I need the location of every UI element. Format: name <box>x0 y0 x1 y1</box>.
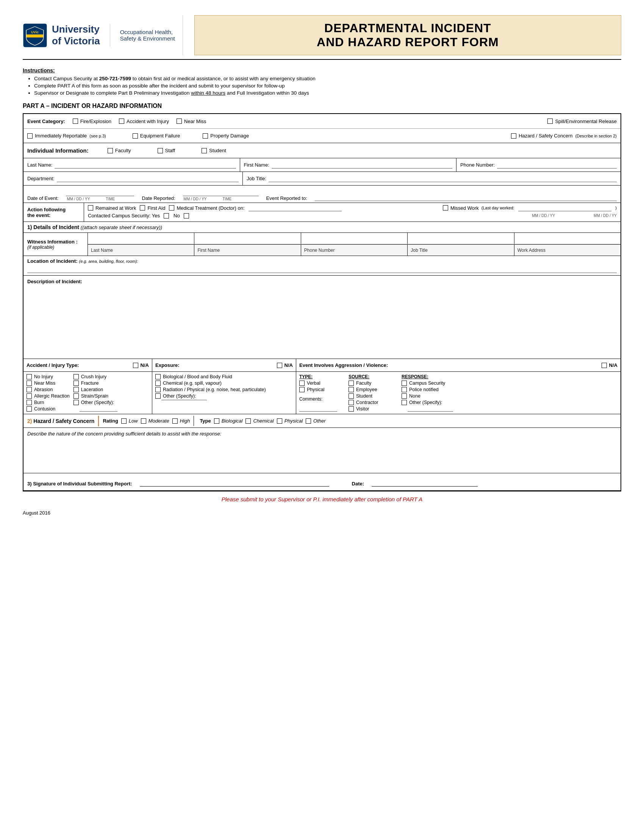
missed-work-date[interactable] <box>518 204 612 211</box>
spill-release-checkbox[interactable] <box>547 119 553 124</box>
remained-work-option[interactable]: Remained at Work <box>88 205 136 211</box>
faculty-option[interactable]: Faculty <box>108 148 131 153</box>
spill-release-option[interactable]: Spill/Environmental Release <box>547 119 617 124</box>
witness-data-firstname-1[interactable] <box>194 233 301 244</box>
aggression-na-checkbox[interactable] <box>602 363 607 368</box>
witness-label: Witness Information : (if applicable) <box>24 233 88 256</box>
other-response-input[interactable] <box>407 406 453 412</box>
equipment-failure-checkbox[interactable] <box>133 133 138 138</box>
description-input[interactable] <box>27 286 617 355</box>
property-damage-checkbox[interactable] <box>203 133 208 138</box>
witness-data-phone-1[interactable] <box>301 233 407 244</box>
comments-input[interactable] <box>299 403 337 412</box>
first-aid-checkbox[interactable] <box>140 205 145 211</box>
witness-data-lastname-1[interactable] <box>88 233 194 244</box>
signature-input[interactable] <box>140 478 329 487</box>
near-miss-option[interactable]: Near Miss <box>177 119 206 124</box>
date-reported-input[interactable] <box>183 196 259 196</box>
other-response-option[interactable]: Other (Specify): <box>402 400 453 405</box>
near-miss-checkbox[interactable] <box>177 119 182 124</box>
medical-treatment-date[interactable] <box>248 204 342 211</box>
source-visitor-option[interactable]: Visitor <box>349 406 394 412</box>
verbal-option[interactable]: Verbal <box>299 381 341 386</box>
date-event-input[interactable] <box>66 196 134 196</box>
burn-option[interactable]: Burn <box>27 400 70 405</box>
bio-type-option[interactable]: Biological <box>214 418 243 424</box>
other-specify-option[interactable]: Other (Specify): <box>74 400 118 405</box>
fire-explosion-checkbox[interactable] <box>73 119 78 124</box>
medical-treatment-option[interactable]: Medical Treatment (Doctor) on: <box>169 205 244 211</box>
other-exposure-input[interactable] <box>161 400 207 400</box>
near-miss-injury-option[interactable]: Near Miss <box>27 381 70 386</box>
high-rating-option[interactable]: High <box>172 418 190 424</box>
strain-option[interactable]: Strain/Sprain <box>74 393 118 399</box>
phone-input[interactable] <box>497 162 617 169</box>
first-name-input[interactable] <box>272 162 452 169</box>
accident-injury-checkbox[interactable] <box>119 119 124 124</box>
accident-col2: Crush Injury Fracture Laceration Strain/… <box>74 374 118 412</box>
property-damage-option[interactable]: Property Damage <box>203 133 249 138</box>
bio-exposure-option[interactable]: Biological / Blood and Body Fluid <box>155 374 293 380</box>
logo-section: UVic ⚜ University of Victoria Occupation… <box>23 15 183 55</box>
witness-data-address-1[interactable] <box>514 233 620 244</box>
faculty-checkbox[interactable] <box>108 148 113 153</box>
physical-option[interactable]: Physical <box>299 387 341 392</box>
hazard-concern-option[interactable]: Hazard / Safety Concern (Describe in sec… <box>511 133 617 138</box>
date-reported-label: Date Reported: <box>142 195 175 201</box>
other-type-option[interactable]: Other <box>306 418 326 424</box>
source-faculty-option[interactable]: Faculty <box>349 381 394 386</box>
location-input[interactable] <box>27 265 617 273</box>
laceration-option[interactable]: Laceration <box>74 387 118 392</box>
staff-option[interactable]: Staff <box>158 148 175 153</box>
allergic-option[interactable]: Allergic Reaction <box>27 393 70 399</box>
witness-col-firstname: First Name <box>194 244 301 256</box>
student-checkbox[interactable] <box>201 148 207 153</box>
other-exposure-option[interactable]: Other (Specify): <box>155 393 293 399</box>
low-rating-option[interactable]: Low <box>121 418 138 424</box>
exposure-na-checkbox[interactable] <box>277 363 282 368</box>
instructions-section: Instructions: Contact Campus Security at… <box>23 68 621 96</box>
hazard-concern-checkbox[interactable] <box>511 133 516 138</box>
missed-work-checkbox[interactable] <box>443 205 448 211</box>
medical-treatment-checkbox[interactable] <box>169 205 174 211</box>
event-reported-input[interactable] <box>315 194 617 201</box>
accident-injury-option[interactable]: Accident with Injury <box>119 119 169 124</box>
first-aid-option[interactable]: First Aid <box>140 205 165 211</box>
radiation-exposure-option[interactable]: Radiation / Physical (e.g. noise, heat, … <box>155 387 293 392</box>
immediately-reportable-checkbox[interactable] <box>27 133 32 138</box>
witness-data-jobtitle-1[interactable] <box>407 233 514 244</box>
chem-type-option[interactable]: Chemical <box>245 418 274 424</box>
student-option[interactable]: Student <box>201 148 226 153</box>
remained-work-checkbox[interactable] <box>88 205 93 211</box>
moderate-rating-option[interactable]: Moderate <box>141 418 169 424</box>
source-employee-option[interactable]: Employee <box>349 387 394 392</box>
phys-type-option[interactable]: Physical <box>277 418 303 424</box>
job-title-input[interactable] <box>269 175 617 182</box>
date-sig-input[interactable] <box>372 478 478 487</box>
contacted-yes-checkbox[interactable] <box>164 213 169 219</box>
no-injury-option[interactable]: No Injury <box>27 374 70 380</box>
chemical-exposure-option[interactable]: Chemical (e.g. spill, vapour) <box>155 381 293 386</box>
accident-header: Accident / Injury Type: N/A <box>24 359 152 372</box>
hazard-desc-input[interactable] <box>27 437 617 467</box>
contacted-no-checkbox[interactable] <box>184 213 189 219</box>
crush-option[interactable]: Crush Injury <box>74 374 118 380</box>
campus-security-response-option[interactable]: Campus Security <box>402 381 453 386</box>
none-response-option[interactable]: None <box>402 393 453 399</box>
staff-checkbox[interactable] <box>158 148 163 153</box>
equipment-failure-option[interactable]: Equipment Failure <box>133 133 180 138</box>
police-notified-option[interactable]: Police notified <box>402 387 453 392</box>
abrasion-option[interactable]: Abrasion <box>27 387 70 392</box>
fracture-option[interactable]: Fracture <box>74 381 118 386</box>
phone-label: Phone Number: <box>460 162 495 168</box>
last-name-input[interactable] <box>55 162 236 169</box>
department-input[interactable] <box>57 175 239 182</box>
source-student-option[interactable]: Student <box>349 393 394 399</box>
contusion-option[interactable]: Contusion <box>27 406 70 412</box>
accident-na-checkbox[interactable] <box>133 363 138 368</box>
missed-work-option[interactable]: Missed Work (Last day worked: <box>443 205 514 211</box>
source-contractor-option[interactable]: Contractor <box>349 400 394 405</box>
fire-explosion-option[interactable]: Fire/Explosion <box>73 119 111 124</box>
other-specify-input[interactable] <box>80 406 118 412</box>
immediately-reportable-option[interactable]: Immediately Reportable (see p.3) <box>27 133 106 138</box>
